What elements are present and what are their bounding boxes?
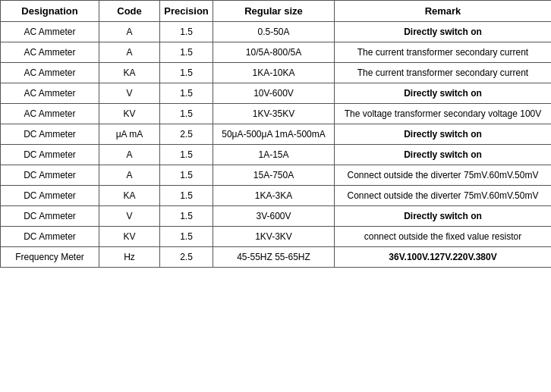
header-designation: Designation	[1, 1, 99, 22]
cell-precision: 1.5	[160, 206, 213, 227]
cell-designation: DC Ammeter	[1, 124, 99, 145]
table-row: AC AmmeterA1.50.5-50ADirectly switch on	[1, 22, 552, 42]
cell-designation: AC Ammeter	[1, 22, 99, 42]
cell-regular-size: 50μA-500μA 1mA-500mA	[213, 124, 335, 145]
cell-regular-size: 15A-750A	[213, 165, 335, 186]
table-row: AC AmmeterKA1.51KA-10KAThe current trans…	[1, 63, 552, 83]
table-row: AC AmmeterV1.510V-600VDirectly switch on	[1, 83, 552, 104]
cell-remark: Directly switch on	[335, 206, 552, 227]
cell-regular-size: 3V-600V	[213, 206, 335, 227]
header-code: Code	[99, 1, 160, 22]
cell-precision: 1.5	[160, 186, 213, 206]
cell-regular-size: 10/5A-800/5A	[213, 42, 335, 63]
cell-code: A	[99, 22, 160, 42]
cell-precision: 1.5	[160, 22, 213, 42]
cell-code: KV	[99, 104, 160, 124]
cell-designation: AC Ammeter	[1, 83, 99, 104]
cell-regular-size: 10V-600V	[213, 83, 335, 104]
header-row: Designation Code Precision Regular size …	[1, 1, 552, 22]
cell-code: μA mA	[99, 124, 160, 145]
cell-code: A	[99, 42, 160, 63]
header-regular-size: Regular size	[213, 1, 335, 22]
cell-designation: AC Ammeter	[1, 104, 99, 124]
cell-remark: connect outside the fixed value resistor	[335, 227, 552, 247]
cell-designation: DC Ammeter	[1, 145, 99, 165]
cell-regular-size: 1KA-10KA	[213, 63, 335, 83]
cell-regular-size: 45-55HZ 55-65HZ	[213, 247, 335, 268]
cell-designation: AC Ammeter	[1, 63, 99, 83]
cell-precision: 1.5	[160, 42, 213, 63]
cell-code: KA	[99, 186, 160, 206]
cell-code: KV	[99, 227, 160, 247]
main-table: Designation Code Precision Regular size …	[0, 0, 551, 268]
cell-regular-size: 1KV-35KV	[213, 104, 335, 124]
cell-precision: 1.5	[160, 104, 213, 124]
cell-regular-size: 1KA-3KA	[213, 186, 335, 206]
cell-remark: Directly switch on	[335, 145, 552, 165]
cell-remark: Connect outside the diverter 75mV.60mV.5…	[335, 165, 552, 186]
table-row: DC AmmeterA1.51A-15ADirectly switch on	[1, 145, 552, 165]
cell-precision: 1.5	[160, 145, 213, 165]
table-row: AC AmmeterKV1.51KV-35KVThe voltage trans…	[1, 104, 552, 124]
cell-regular-size: 0.5-50A	[213, 22, 335, 42]
cell-designation: DC Ammeter	[1, 186, 99, 206]
table-row: DC AmmeterKA1.51KA-3KAConnect outside th…	[1, 186, 552, 206]
cell-remark: The current transformer secondary curren…	[335, 42, 552, 63]
cell-precision: 1.5	[160, 165, 213, 186]
table-body: AC AmmeterA1.50.5-50ADirectly switch onA…	[1, 22, 552, 268]
cell-code: A	[99, 145, 160, 165]
cell-code: V	[99, 206, 160, 227]
cell-regular-size: 1A-15A	[213, 145, 335, 165]
cell-remark: Directly switch on	[335, 22, 552, 42]
cell-remark: Directly switch on	[335, 83, 552, 104]
cell-code: A	[99, 165, 160, 186]
table-row: Frequency MeterHz2.545-55HZ 55-65HZ36V.1…	[1, 247, 552, 268]
cell-regular-size: 1KV-3KV	[213, 227, 335, 247]
cell-precision: 1.5	[160, 227, 213, 247]
table-row: DC AmmeterμA mA2.550μA-500μA 1mA-500mADi…	[1, 124, 552, 145]
header-remark: Remark	[335, 1, 552, 22]
cell-designation: DC Ammeter	[1, 227, 99, 247]
table-row: AC AmmeterA1.510/5A-800/5AThe current tr…	[1, 42, 552, 63]
cell-designation: DC Ammeter	[1, 165, 99, 186]
cell-code: V	[99, 83, 160, 104]
cell-designation: DC Ammeter	[1, 206, 99, 227]
table-row: DC AmmeterA1.515A-750AConnect outside th…	[1, 165, 552, 186]
cell-code: KA	[99, 63, 160, 83]
cell-precision: 1.5	[160, 83, 213, 104]
header-precision: Precision	[160, 1, 213, 22]
cell-remark: The current transformer secondary curren…	[335, 63, 552, 83]
table-row: DC AmmeterV1.53V-600VDirectly switch on	[1, 206, 552, 227]
cell-remark: Directly switch on	[335, 124, 552, 145]
cell-code: Hz	[99, 247, 160, 268]
cell-designation: AC Ammeter	[1, 42, 99, 63]
cell-remark: The voltage transformer secondary voltag…	[335, 104, 552, 124]
cell-remark: Connect outside the diverter 75mV.60mV.5…	[335, 186, 552, 206]
cell-designation: Frequency Meter	[1, 247, 99, 268]
cell-precision: 1.5	[160, 63, 213, 83]
cell-remark: 36V.100V.127V.220V.380V	[335, 247, 552, 268]
table-row: DC AmmeterKV1.51KV-3KVconnect outside th…	[1, 227, 552, 247]
cell-precision: 2.5	[160, 247, 213, 268]
cell-precision: 2.5	[160, 124, 213, 145]
